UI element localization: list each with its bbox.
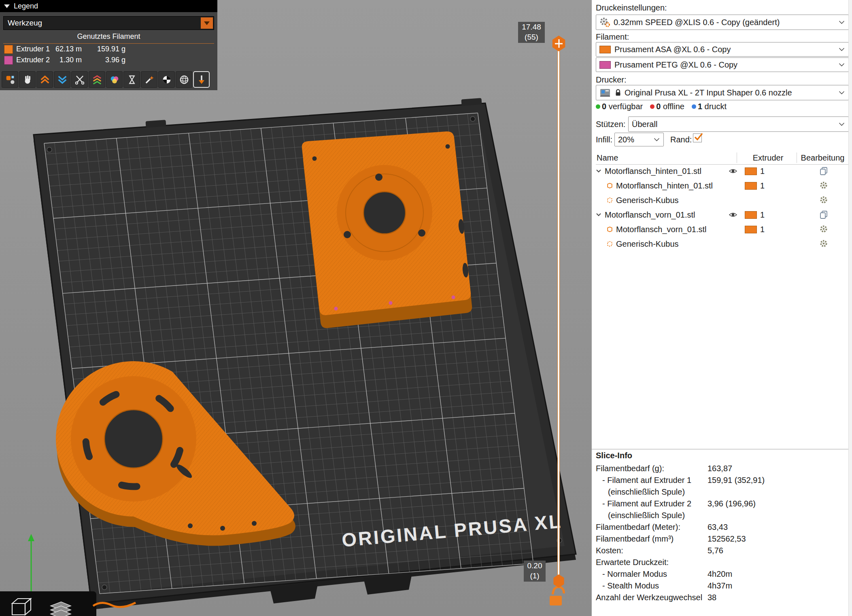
eye-icon[interactable] <box>729 168 737 174</box>
modifier-icon <box>606 240 613 247</box>
object-hand-icon[interactable] <box>19 71 36 88</box>
object-name[interactable]: Motorflansch_hinten_01.stl <box>605 167 701 176</box>
center-of-mass-icon[interactable] <box>158 71 175 88</box>
print-settings-select[interactable]: 0.32mm SPEED @XLIS 0.6 - Copy (geändert) <box>596 15 849 30</box>
slice-label: (einschließlich Spule) <box>608 511 685 520</box>
object-row[interactable]: Motorflansch_hinten_01.stl 1 <box>596 164 849 179</box>
printer-icon <box>599 88 612 97</box>
object-row[interactable]: Motorflansch_vorn_01.stl 1 <box>596 208 849 222</box>
filament2-select[interactable]: Prusament PETG @XL 0.6 - Copy <box>596 57 849 72</box>
chevron-down-icon <box>839 48 845 51</box>
color-print-icon[interactable] <box>106 71 123 88</box>
object-subrow[interactable]: Motorflansch_hinten_01.stl 1 <box>596 179 849 193</box>
sphere-view-icon[interactable] <box>176 71 192 88</box>
collapse-triangle-icon <box>4 4 10 8</box>
top-layer-number: (55) <box>518 32 545 42</box>
custom-gcode-icon[interactable] <box>141 71 157 88</box>
object-name[interactable]: Motorflansch_vorn_01.stl <box>605 210 695 220</box>
extruder-number: 1 <box>760 167 765 176</box>
object-subrow[interactable]: Generisch-Kubus <box>596 193 849 208</box>
filament1-value: Prusament ASA @XL 0.6 - Copy <box>614 45 731 54</box>
filament1-select[interactable]: Prusament ASA @XL 0.6 - Copy <box>596 42 849 57</box>
bottom-layer-number: (1) <box>524 571 546 581</box>
modifier-icon <box>606 197 613 203</box>
brim-label: Rand: <box>670 135 692 144</box>
slice-info-section: Slice-Info Filamentbedarf (g):163,87 - F… <box>592 449 852 449</box>
plate-screw <box>470 116 475 121</box>
supports-label: Stützen: <box>596 120 625 129</box>
slice-label: Filamentbedarf (g): <box>596 464 664 473</box>
status-available: 0 verfügbar <box>596 102 643 111</box>
legend-header[interactable]: Legend <box>0 0 217 12</box>
extruder2-weight: 3.96 g <box>91 56 125 64</box>
extruder-number: 1 <box>760 225 765 234</box>
slice-value: 38 <box>708 593 716 602</box>
eye-icon[interactable] <box>729 212 737 218</box>
travel-moves-icon[interactable] <box>193 71 210 88</box>
status-offline: 0 offline <box>650 102 684 111</box>
printer-select[interactable]: Original Prusa XL - 2T Input Shaper 0.6 … <box>596 85 849 100</box>
expand-caret-icon[interactable] <box>596 169 601 173</box>
object-subrow[interactable]: Generisch-Kubus <box>596 237 849 252</box>
gear-icon[interactable] <box>819 239 828 248</box>
column-separator <box>797 152 797 163</box>
chevron-down-icon <box>839 63 845 67</box>
printer-value: Original Prusa XL - 2T Input Shaper 0.6 … <box>625 88 792 97</box>
view-mode-select[interactable]: Werkzeug <box>3 16 214 30</box>
infill-select[interactable]: 20% <box>614 133 664 146</box>
model-motorflansch-hinten[interactable] <box>302 131 472 328</box>
mesh-icon <box>606 226 613 233</box>
mesh-icon <box>606 182 613 189</box>
bottom-layer-height: 0.20 <box>524 561 546 571</box>
supports-select[interactable]: Überall <box>628 116 849 132</box>
used-filament-header: Genutztes Filament <box>3 32 214 44</box>
object-settings-icon[interactable] <box>819 210 829 220</box>
dropdown-button[interactable] <box>201 17 213 29</box>
object-settings-icon[interactable] <box>819 166 829 176</box>
settings-panel: Druckeinstellungen: 0.32mm SPEED @XLIS 0… <box>591 0 852 616</box>
gear-icon[interactable] <box>819 181 828 190</box>
extruder2-length: 1.30 m <box>52 56 82 64</box>
infill-label: Infill: <box>596 135 612 144</box>
object-name[interactable]: Generisch-Kubus <box>616 239 679 249</box>
seam-top-icon[interactable] <box>36 71 53 88</box>
extruder1-swatch <box>4 45 13 54</box>
cut-icon[interactable] <box>71 71 88 88</box>
3d-viewport[interactable]: ORIGINAL PRUSA XL <box>0 0 591 616</box>
slice-value: 4h20m <box>708 569 732 579</box>
slice-value: 159,91 (352,91) <box>708 476 765 485</box>
column-extruder[interactable]: Extruder <box>739 153 797 163</box>
column-bearbeitung[interactable]: Bearbeitung <box>797 153 849 163</box>
gear-icon <box>599 17 610 28</box>
object-name[interactable]: Motorflansch_hinten_01.stl <box>616 181 713 191</box>
slice-label: (einschließlich Spule) <box>608 487 685 497</box>
layer-features-icon[interactable] <box>89 71 105 88</box>
gear-icon[interactable] <box>819 224 828 233</box>
expand-caret-icon[interactable] <box>596 212 601 217</box>
unlock-icon[interactable] <box>550 586 565 605</box>
brim-checkbox[interactable] <box>693 133 702 142</box>
gear-icon[interactable] <box>819 195 828 204</box>
extruder-swatch[interactable] <box>745 226 757 233</box>
extruder-number: 1 <box>760 181 765 191</box>
object-subrow[interactable]: Motorflansch_vorn_01.stl 1 <box>596 222 849 237</box>
object-name[interactable]: Generisch-Kubus <box>616 196 679 205</box>
slice-label: Kosten: <box>596 546 623 555</box>
panel-scrollbar[interactable] <box>848 0 852 616</box>
object-name[interactable]: Motorflansch_vorn_01.stl <box>616 225 706 234</box>
pause-print-icon[interactable] <box>123 71 140 88</box>
print-settings-value: 0.32mm SPEED @XLIS 0.6 - Copy (geändert) <box>614 18 780 27</box>
extruder-swatch[interactable] <box>745 182 757 190</box>
chevron-down-icon <box>204 21 210 25</box>
chevron-down-icon <box>839 21 845 24</box>
tool-moves-icon[interactable] <box>2 71 18 88</box>
chevron-down-icon <box>839 123 845 126</box>
seam-bottom-icon[interactable] <box>54 71 70 88</box>
slice-label: Filamentbedarf (mm³) <box>596 534 674 544</box>
printer-status-row: 0 verfügbar 0 offline 1 druckt <box>596 102 731 111</box>
column-name[interactable]: Name <box>597 153 618 163</box>
layer-slider-track[interactable] <box>557 41 560 581</box>
slice-value: 5,76 <box>708 546 723 555</box>
extruder-swatch[interactable] <box>745 211 757 219</box>
extruder-swatch[interactable] <box>745 167 757 175</box>
